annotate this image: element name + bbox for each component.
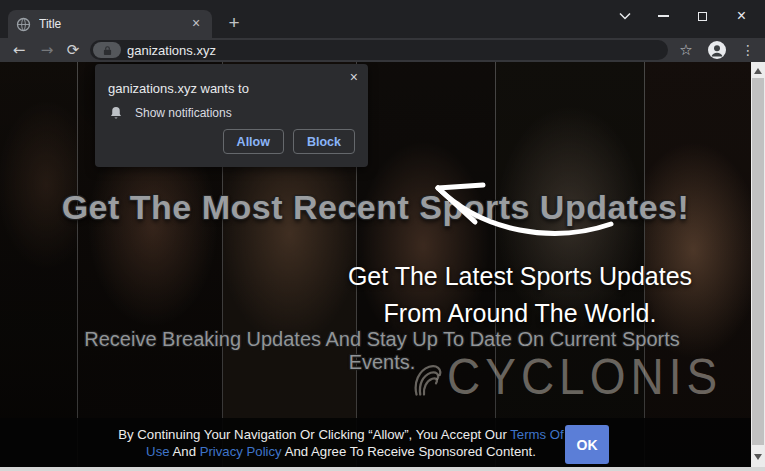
scroll-up-icon[interactable] [754,68,762,74]
maximize-button[interactable] [683,2,722,30]
site-info-chip[interactable] [93,42,121,58]
privacy-policy-link[interactable]: Privacy Policy [200,444,282,459]
tab-search-chevron-icon[interactable] [605,2,644,30]
window-controls: × [605,2,761,30]
browser-window: Title × + × ← → ⟳ ganizat [0,0,765,471]
browser-toolbar: ← → ⟳ ganizations.xyz ☆ ⋮ [0,38,765,62]
page-subheadline: Get The Latest Sports Updates From Aroun… [322,258,718,332]
address-bar[interactable]: ganizations.xyz [90,40,668,60]
bookmark-star-icon[interactable]: ☆ [675,38,697,62]
close-icon: × [737,8,746,24]
subheadline-line1: Get The Latest Sports Updates [322,258,718,295]
close-window-button[interactable]: × [722,2,761,30]
globe-favicon-icon [16,17,31,32]
tab-close-icon[interactable]: × [188,16,204,32]
page-viewport: Get The Most Recent Sports Updates! Get … [0,62,765,471]
consent-bar: By Continuing Your Navigation Or Clickin… [0,418,765,467]
notification-permission-popup: × ganizations.xyz wants to Show notifica… [95,64,368,167]
popup-buttons: Allow Block [223,129,355,154]
ok-button[interactable]: OK [565,425,609,464]
minimize-icon [658,15,669,17]
scroll-down-icon[interactable] [754,454,762,460]
watermark-text: CYCLONIS [447,352,722,402]
scrollbar-thumb[interactable] [752,78,764,445]
new-tab-button[interactable]: + [222,12,246,36]
cyclonis-spiral-icon [412,354,442,402]
tab-title: Title [39,17,188,31]
bottom-edge-strip [0,467,765,471]
popup-permission-label: Show notifications [135,106,232,120]
forward-icon[interactable]: → [36,38,58,62]
url-text[interactable]: ganizations.xyz [127,43,216,58]
lock-icon [103,45,112,56]
popup-permission-row: Show notifications [109,105,232,121]
vertical-scrollbar[interactable] [751,62,765,467]
tab-strip: Title × + × [0,0,765,38]
consent-text-middle: And [170,444,200,459]
bell-icon [109,105,123,121]
popup-title: ganizations.xyz wants to [108,81,249,96]
arrow-annotation [428,174,618,249]
profile-avatar[interactable] [708,41,726,59]
consent-text: By Continuing Your Navigation Or Clickin… [115,426,567,460]
cyclonis-watermark: CYCLONIS [412,354,722,402]
browser-tab[interactable]: Title × [8,10,212,38]
back-icon[interactable]: ← [8,38,30,62]
block-button[interactable]: Block [293,129,355,154]
allow-button[interactable]: Allow [223,129,284,154]
page-headline: Get The Most Recent Sports Updates! [0,188,751,227]
reload-icon[interactable]: ⟳ [62,38,84,62]
consent-text-end: And Agree To Receive Sponsored Content. [282,444,536,459]
subheadline-line2: From Around The World. [322,295,718,332]
consent-text-start: By Continuing Your Navigation Or Clickin… [118,427,510,442]
popup-close-icon[interactable]: × [350,70,358,84]
maximize-icon [698,12,707,21]
browser-menu-icon[interactable]: ⋮ [738,38,758,62]
minimize-button[interactable] [644,2,683,30]
